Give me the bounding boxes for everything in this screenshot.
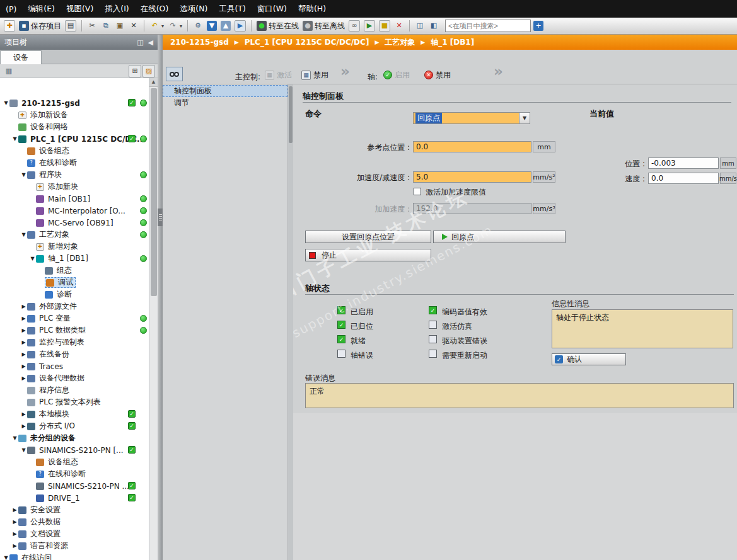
expand-closed-icon[interactable]: ▶ (20, 363, 27, 369)
acknowledge-button[interactable]: ✓ 确认 (552, 353, 626, 365)
menu-item[interactable]: 工具(T) (213, 0, 251, 18)
expand-closed-icon[interactable]: ▶ (20, 375, 27, 381)
details-view-icon[interactable]: ▥ (3, 65, 15, 77)
tree-item[interactable]: DRIVE_1✓ (0, 492, 158, 504)
tree-item[interactable]: Main [OB1] (0, 193, 158, 205)
expand-open-icon[interactable]: ▼ (20, 232, 27, 237)
save-project-button[interactable]: ▪保存项目 (18, 20, 62, 33)
master-activate-button[interactable]: ▦ 激活 (265, 69, 292, 81)
chevron-double-icon[interactable]: » (494, 63, 503, 79)
tree-item[interactable]: ?在线和诊断 (0, 157, 158, 169)
paste-icon[interactable]: ▣ (113, 20, 126, 33)
expand-open-icon[interactable]: ▼ (3, 555, 9, 560)
tree-item[interactable]: ▼工艺对象 (0, 229, 158, 241)
axis-disable-button[interactable]: ✕ 禁用 (424, 69, 451, 81)
expand-closed-icon[interactable]: ▶ (11, 507, 18, 513)
download-to-device-icon[interactable]: ▼ (206, 20, 218, 33)
scrollbar-thumb[interactable] (151, 88, 157, 296)
tree-item[interactable]: ▶外部源文件 (0, 300, 158, 312)
menu-item[interactable]: 插入(I) (99, 0, 134, 18)
tree-item[interactable]: ▶公共数据 (0, 516, 158, 528)
tree-item[interactable]: 设备和网络 (0, 121, 158, 133)
upload-from-device-icon[interactable]: ▲ (219, 20, 232, 33)
go-offline-button[interactable]: ●转至离线 (301, 20, 346, 33)
column-settings-icon[interactable]: ⊞ (129, 65, 141, 77)
tree-item[interactable]: ▶设备代理数据 (0, 372, 158, 384)
tree-item[interactable]: ▶监控与强制表 (0, 336, 158, 348)
tree-item[interactable]: ▶语言和资源 (0, 540, 158, 552)
expand-closed-icon[interactable]: ▶ (20, 316, 27, 321)
expand-closed-icon[interactable]: ▶ (11, 519, 18, 525)
menu-item[interactable]: (P) (0, 0, 22, 18)
tree-item[interactable]: 设备组态 (0, 456, 158, 468)
chevron-down-icon[interactable]: ▼ (519, 113, 530, 123)
chevron-double-icon[interactable]: » (340, 63, 350, 79)
home-button[interactable]: 回原点 (433, 231, 566, 243)
expand-closed-icon[interactable]: ▶ (20, 411, 27, 417)
project-search-input[interactable] (445, 20, 531, 32)
cross-references-icon[interactable]: ✕ (393, 20, 405, 33)
undo-icon[interactable]: ↶▾ (148, 20, 165, 33)
set-home-position-button[interactable]: 设置回原点位置 (305, 231, 431, 243)
menu-item[interactable]: 选项(N) (174, 0, 213, 18)
start-cpu-icon[interactable]: ▶ (363, 20, 376, 33)
tree-item[interactable]: ▶PLC 变量 (0, 312, 158, 324)
tree-item[interactable]: ✚添加新块 (0, 181, 158, 193)
jerk-limit-checkbox[interactable] (414, 188, 421, 195)
stop-cpu-icon[interactable]: ■ (378, 20, 392, 33)
nav-scrollbar[interactable] (287, 84, 293, 560)
project-tree-scrollbar[interactable]: ▲ (149, 78, 158, 560)
open-editor-icon[interactable]: ▨ (142, 65, 155, 77)
tree-item[interactable]: ▼210-1215-gsd✓ (0, 97, 158, 109)
expand-closed-icon[interactable]: ▶ (20, 351, 27, 357)
expand-open-icon[interactable]: ▼ (20, 172, 27, 178)
expand-open-icon[interactable]: ▼ (11, 136, 18, 142)
breadcrumb-item[interactable]: 轴_1 [DB1] (431, 37, 474, 48)
menu-item[interactable]: 视图(V) (61, 0, 99, 18)
panel-splitter[interactable] (158, 35, 163, 560)
menu-item[interactable]: 编辑(E) (22, 0, 61, 18)
breadcrumb-item[interactable]: 工艺对象 (385, 37, 415, 48)
go-online-button[interactable]: ●转至在线 (255, 20, 300, 33)
master-disable-button[interactable]: ▦ 禁用 (301, 69, 328, 81)
tree-item[interactable]: ▶在线备份 (0, 348, 158, 360)
tree-item[interactable]: 组态 (0, 265, 158, 277)
tree-item[interactable]: ▶PLC 数据类型 (0, 324, 158, 336)
menu-item[interactable]: 在线(O) (135, 0, 175, 18)
expand-open-icon[interactable]: ▼ (3, 100, 9, 106)
tree-item[interactable]: MC-Interpolator [O... (0, 205, 158, 217)
tree-item[interactable]: 诊断 (0, 289, 158, 300)
breadcrumb-item[interactable]: PLC_1 [CPU 1215C DC/DC/DC] (245, 38, 369, 47)
new-project-icon[interactable]: ✚ (3, 20, 16, 33)
breadcrumb-item[interactable]: 210-1215-gsd (170, 38, 229, 47)
split-editor-vertical-icon[interactable]: ◧ (427, 20, 440, 33)
tree-item[interactable]: 设备组态 (0, 145, 158, 157)
tree-item[interactable]: ▼程序块 (0, 169, 158, 181)
expand-open-icon[interactable]: ▼ (20, 447, 27, 453)
field-input[interactable]: 5.0 (413, 171, 531, 183)
tree-item[interactable]: ▼未分组的设备 (0, 432, 158, 444)
pin-panel-icon[interactable]: ◫ (137, 38, 143, 47)
scrollbar-thumb[interactable] (289, 86, 293, 143)
splitter-grip[interactable] (158, 209, 163, 226)
tree-item[interactable]: SINAMICS-S210-PN ...✓ (0, 480, 158, 492)
tree-item[interactable]: ▶分布式 I/O✓ (0, 420, 158, 432)
library-search-icon[interactable]: + (532, 20, 545, 33)
tree-item[interactable]: ▶Traces (0, 360, 158, 372)
tree-item[interactable]: ▼在线访问 (0, 552, 158, 560)
tree-item[interactable]: ▼PLC_1 [CPU 1215C DC/DC...✓ (0, 133, 158, 145)
tree-item[interactable]: ▼SINAMICS-S210-PN [...✓ (0, 444, 158, 456)
expand-closed-icon[interactable]: ▶ (20, 304, 27, 309)
tree-item[interactable]: MC-Servo [OB91] (0, 217, 158, 229)
tree-item[interactable]: ✚添加新设备 (0, 109, 158, 121)
stop-button[interactable]: 停止 (305, 249, 431, 261)
tree-item[interactable]: ▶本地模块✓ (0, 408, 158, 420)
field-input[interactable]: 0.0 (413, 141, 531, 152)
expand-closed-icon[interactable]: ▶ (11, 531, 18, 537)
expand-closed-icon[interactable]: ▶ (20, 328, 27, 333)
dropdown-caret-icon[interactable]: ▾ (161, 23, 164, 29)
monitor-glasses-icon[interactable] (166, 67, 183, 81)
tree-item[interactable]: PLC 报警文本列表 (0, 396, 158, 408)
scroll-up-icon[interactable]: ▲ (149, 78, 158, 87)
tree-item[interactable]: ▶文档设置 (0, 528, 158, 540)
